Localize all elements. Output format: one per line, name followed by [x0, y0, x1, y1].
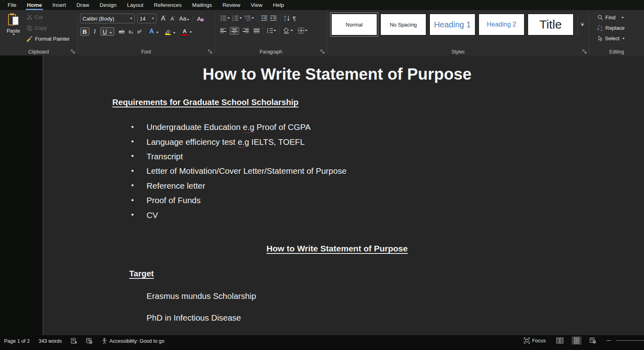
- pilcrow-button[interactable]: ¶: [291, 14, 297, 23]
- strikethrough-glyph: ab: [119, 29, 124, 35]
- chevron-down-icon[interactable]: [227, 17, 230, 19]
- chevron-down-icon[interactable]: [156, 32, 159, 33]
- focus-label: Focus: [532, 338, 546, 344]
- svg-text:A: A: [284, 15, 286, 18]
- page-indicator[interactable]: Page 1 of 2: [2, 338, 32, 345]
- underline-button[interactable]: U: [100, 27, 114, 36]
- shrink-font-button[interactable]: Aˇ: [169, 15, 178, 22]
- increase-indent-button[interactable]: [269, 14, 278, 22]
- chevron-down-icon[interactable]: [239, 17, 242, 19]
- style-heading-2[interactable]: Heading 2: [479, 14, 524, 35]
- text-effects-button[interactable]: A: [147, 27, 161, 35]
- editor-button[interactable]: [84, 337, 95, 345]
- accessibility-status[interactable]: Accessibility: Good to go: [99, 337, 167, 345]
- tab-file[interactable]: File: [2, 0, 22, 10]
- clipboard-dialog-launcher[interactable]: [70, 49, 76, 54]
- styles-dialog-launcher[interactable]: [582, 49, 587, 54]
- chevron-down-icon[interactable]: [621, 17, 624, 19]
- read-mode-button[interactable]: [554, 336, 566, 345]
- chevron-down-icon[interactable]: [305, 30, 308, 31]
- subscript-button[interactable]: x₂: [126, 28, 135, 35]
- focus-button[interactable]: Focus: [521, 337, 548, 344]
- select-button[interactable]: Select: [596, 35, 626, 42]
- eraser-icon: [200, 18, 204, 22]
- print-layout-button[interactable]: [572, 336, 582, 345]
- web-layout-button[interactable]: [587, 336, 599, 345]
- style-heading-1[interactable]: Heading 1: [429, 14, 475, 35]
- select-label: Select: [605, 35, 619, 41]
- replace-icon: b c: [597, 25, 603, 31]
- align-right-button[interactable]: [242, 27, 250, 34]
- superscript-button[interactable]: x²: [135, 28, 144, 35]
- italic-button[interactable]: I: [92, 28, 98, 35]
- font-size-value: 14: [140, 16, 145, 22]
- decrease-indent-button[interactable]: [260, 14, 269, 22]
- pilcrow-icon: ¶: [293, 15, 296, 22]
- cut-button[interactable]: Cut: [25, 13, 71, 21]
- style-normal[interactable]: Normal: [331, 14, 377, 35]
- numbered-list-button[interactable]: 123: [231, 14, 243, 22]
- copy-label: Copy: [35, 25, 47, 31]
- chevron-down-icon[interactable]: [190, 31, 192, 33]
- tab-draw[interactable]: Draw: [71, 0, 95, 10]
- tab-help[interactable]: Help: [268, 0, 289, 10]
- sort-button[interactable]: AZ: [283, 14, 291, 22]
- justify-button[interactable]: [252, 27, 261, 34]
- focus-icon: [524, 338, 530, 344]
- font-size-select[interactable]: 14: [137, 14, 157, 23]
- tab-view[interactable]: View: [246, 0, 268, 10]
- find-button[interactable]: Find: [596, 14, 626, 21]
- copy-button[interactable]: Copy: [25, 24, 71, 32]
- highlight-button[interactable]: [163, 28, 178, 36]
- paragraph-dialog-launcher[interactable]: [320, 49, 325, 54]
- chevron-down-icon[interactable]: [622, 38, 625, 39]
- tab-layout[interactable]: Layout: [122, 0, 149, 10]
- line-spacing-button[interactable]: [265, 27, 277, 34]
- style-title[interactable]: Title: [528, 14, 574, 35]
- chevron-down-icon[interactable]: [274, 30, 276, 31]
- bullet-list-button[interactable]: [219, 14, 231, 22]
- text-effects-glyph: A: [149, 28, 154, 35]
- zoom-control[interactable]: [604, 340, 644, 342]
- chevron-down-icon[interactable]: [291, 30, 293, 31]
- chevron-down-icon[interactable]: [252, 17, 254, 19]
- tab-home[interactable]: Home: [22, 0, 47, 10]
- chevron-down-icon[interactable]: [173, 32, 175, 34]
- paste-chevron-icon[interactable]: [12, 34, 15, 35]
- change-case-button[interactable]: Aa: [177, 15, 191, 22]
- tab-insert[interactable]: Insert: [47, 0, 71, 10]
- status-bar: Page 1 of 2 343 words Accessib: [0, 335, 644, 350]
- font-color-button[interactable]: A: [180, 27, 194, 36]
- read-mode-icon: [556, 338, 564, 344]
- zoom-out-icon[interactable]: [607, 340, 611, 341]
- format-painter-button[interactable]: Format Painter: [25, 35, 71, 43]
- multilevel-list-button[interactable]: [243, 14, 255, 22]
- font-name-select[interactable]: Calibri (Body): [80, 14, 135, 23]
- chevron-down-icon[interactable]: [109, 32, 112, 34]
- tab-mailings[interactable]: Mailings: [187, 0, 217, 10]
- paste-clipboard-icon: [8, 13, 19, 26]
- tab-review[interactable]: Review: [217, 0, 246, 10]
- word-count[interactable]: 343 words: [36, 338, 64, 345]
- bold-button[interactable]: B: [80, 27, 89, 36]
- tab-design[interactable]: Design: [95, 0, 122, 10]
- align-center-button[interactable]: [230, 27, 239, 35]
- borders-button[interactable]: [297, 27, 309, 35]
- shading-button[interactable]: [282, 27, 294, 35]
- replace-button[interactable]: b c Replace: [596, 24, 626, 32]
- more-styles-button[interactable]: [578, 14, 586, 35]
- proofing-errors-button[interactable]: [68, 337, 80, 345]
- tab-references[interactable]: References: [149, 0, 187, 10]
- target-heading: Target: [129, 269, 154, 278]
- zoom-slider[interactable]: [616, 340, 644, 341]
- clear-formatting-button[interactable]: A: [195, 15, 203, 23]
- font-dialog-launcher[interactable]: [208, 49, 213, 54]
- spellcheck-squiggle: e.g: [237, 137, 249, 146]
- paste-button[interactable]: Paste: [4, 13, 23, 45]
- style-no-spacing[interactable]: No Spacing: [380, 14, 426, 35]
- grow-font-button[interactable]: Aˆ: [159, 14, 169, 23]
- strikethrough-button[interactable]: ab: [117, 28, 126, 35]
- document-page[interactable]: How to Write Statement of Purpose Requir…: [43, 56, 644, 335]
- paste-label: Paste: [6, 28, 20, 34]
- align-left-button[interactable]: [219, 27, 227, 34]
